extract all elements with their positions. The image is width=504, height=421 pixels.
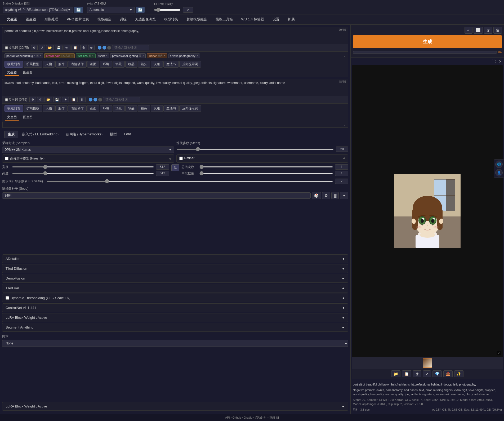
nav-tab-toolkit[interactable]: 模型工具箱 — [211, 15, 237, 24]
neg-toolbar-view[interactable]: 👁 — [62, 97, 69, 102]
side-icon-2[interactable]: 👤 — [495, 169, 503, 176]
nav-tab-img2img[interactable]: 图生图 — [21, 15, 40, 24]
gen-tab-generate[interactable]: 生成 — [4, 131, 18, 138]
seed-input[interactable] — [2, 192, 311, 199]
img-action-send-extras[interactable]: ↗ — [423, 370, 431, 377]
neg-cat-tab-scene[interactable]: 画面 — [87, 105, 99, 112]
accordion-demofusion-header[interactable]: DemoFusion ◄ — [2, 274, 348, 282]
positive-toolbar-extra[interactable]: ⊕ — [88, 45, 95, 50]
nav-tab-extras[interactable]: 后期处理 — [40, 15, 63, 24]
neg-cat-tab-people[interactable]: 人物 — [43, 105, 55, 112]
accordion-adetailer-header[interactable]: ADetailer ◄ — [2, 255, 348, 263]
neg-cat-tab-hanfu[interactable]: 汉服 — [151, 105, 163, 112]
cfg-slider[interactable] — [47, 181, 333, 182]
neg-toolbar-clear[interactable]: 🗑 — [79, 97, 86, 102]
width-slider[interactable] — [12, 166, 154, 167]
generate-button[interactable]: 生成 — [353, 35, 502, 48]
refiner-collapse-icon[interactable]: ◄ — [342, 156, 345, 160]
cfg-value[interactable]: 7 — [335, 179, 348, 184]
batch-count-value[interactable]: 1 — [335, 164, 348, 170]
cat-tab-magic[interactable]: 魔法书 — [163, 61, 179, 68]
cat-tab-hanfu[interactable]: 汉服 — [151, 61, 163, 68]
neg-sub-tab-txt2img[interactable]: 文生图 — [5, 114, 19, 121]
steps-value[interactable]: 20 — [336, 147, 348, 152]
tag-brown-hair-remove[interactable]: × — [71, 54, 73, 57]
cat-tab-people[interactable]: 人物 — [43, 61, 55, 68]
nav-tab-extensions[interactable]: 扩展 — [284, 15, 299, 24]
right-copy-btn[interactable]: ⬜ — [474, 27, 483, 34]
positive-toolbar-refresh[interactable]: ↺ — [39, 45, 45, 50]
neg-prompt-textarea[interactable]: lowres, bad anatomy, bad hands, text, er… — [2, 79, 348, 95]
tag-tshirt-remove[interactable]: × — [106, 54, 107, 57]
nav-tab-txt2img[interactable]: 文生图 — [3, 15, 21, 24]
positive-search-input[interactable] — [112, 45, 149, 50]
positive-toolbar-paste[interactable]: 📋 — [72, 45, 79, 50]
nav-tab-checkpoint[interactable]: 模型融合 — [93, 15, 115, 24]
script-select[interactable]: None — [2, 340, 348, 347]
seed-random-btn[interactable]: 🎲 — [312, 192, 321, 199]
neg-search-input[interactable] — [103, 97, 140, 102]
hires-checkbox[interactable] — [5, 157, 8, 160]
cat-tab-ext-models[interactable]: 扩展模型 — [24, 61, 42, 68]
sd-model-refresh[interactable]: 🔄 — [74, 7, 83, 13]
footer-api-link[interactable]: API — [225, 416, 230, 419]
footer-gradio-link[interactable]: Gradio — [244, 416, 252, 419]
height-value[interactable]: 512 — [156, 171, 169, 176]
neg-cat-tab-favorites[interactable]: 收藏列表 — [5, 105, 23, 112]
refiner-checkbox[interactable] — [179, 157, 183, 160]
right-tick-btn[interactable]: ✓ — [465, 27, 472, 34]
side-icon-1[interactable]: 🌐 — [495, 161, 503, 168]
neg-cat-tab-items[interactable]: 物品 — [125, 105, 137, 112]
nav-tab-wd[interactable]: WD 1.4 标签器 — [237, 15, 268, 24]
image-expand-btn[interactable]: ⛶ — [491, 59, 497, 64]
style-apply-btn[interactable]: ✏ — [498, 50, 502, 55]
nav-tab-pnginfo[interactable]: PNG 图片信息 — [63, 15, 93, 24]
tag-indoor-remove[interactable]: × — [164, 54, 165, 57]
style-selector[interactable] — [353, 51, 497, 54]
gen-tab-hypernetworks[interactable]: 超网络 (Hypernetworks) — [63, 131, 106, 138]
sampler-dropdown[interactable]: DPM++ 2M Karras ▼ — [2, 147, 174, 153]
neg-toolbar-settings[interactable]: ⚙ — [29, 97, 36, 102]
cat-tab-items[interactable]: 物品 — [125, 61, 137, 68]
nav-tab-convert[interactable]: 模型转换 — [160, 15, 182, 24]
tags-expand[interactable]: ⌄ — [343, 54, 346, 58]
lora-block-bottom-header[interactable]: LoRA Block Weight : Active ◄ — [2, 402, 348, 410]
footer-github-link[interactable]: Github — [233, 416, 241, 419]
nav-tab-infinite[interactable]: 无边图像浏览 — [131, 15, 160, 24]
vae-model-refresh[interactable]: 🔄 — [136, 7, 145, 13]
seed-extra-btn[interactable]: ▓ — [331, 192, 339, 199]
vae-model-dropdown[interactable]: Automatic ▼ — [87, 7, 135, 13]
neg-cat-tab-magic[interactable]: 魔法书 — [163, 105, 179, 112]
accordion-tiled-vae-header[interactable]: Tiled VAE ◄ — [2, 284, 348, 292]
accordion-segment-anything-header[interactable]: Segment Anything ◄ — [2, 323, 348, 331]
thumbnail-item-1[interactable] — [423, 358, 432, 368]
right-extra-btn[interactable]: 🗑 — [493, 27, 502, 34]
tag-professional-lighting-remove[interactable]: × — [142, 54, 144, 57]
neg-toolbar-save[interactable]: 💾 — [53, 97, 61, 102]
hires-collapse-icon[interactable]: ◄ — [168, 157, 171, 161]
footer-timer-link[interactable]: 启动计时 — [255, 416, 267, 419]
sub-tab-txt2img[interactable]: 文生图 — [5, 70, 19, 76]
neg-toolbar-load[interactable]: 📂 — [44, 97, 52, 102]
image-close-btn[interactable]: ✕ — [498, 59, 503, 64]
batch-size-value[interactable]: 1 — [335, 171, 348, 176]
tag-freckles-remove[interactable]: × — [92, 54, 94, 57]
sub-tab-img2img[interactable]: 图生图 — [20, 70, 35, 76]
img-action-style[interactable]: 💎 — [432, 370, 442, 377]
nav-tab-settings[interactable]: 设置 — [268, 15, 284, 24]
steps-slider[interactable] — [176, 149, 334, 150]
nav-tab-train[interactable]: 训练 — [115, 15, 131, 24]
cat-tab-scenery[interactable]: 场景 — [113, 61, 125, 68]
img-action-folder[interactable]: 📁 — [391, 370, 400, 377]
positive-prompt-textarea[interactable]: portrait of beautiful girl,brown hair,fr… — [2, 27, 348, 43]
accordion-dynamic-threshold-header[interactable]: Dynamic Thresholding (CFG Scale Fix) ◄ — [2, 294, 348, 302]
clip-input[interactable]: 2 — [183, 7, 193, 13]
cat-tab-negative[interactable]: 反向提示词 — [179, 61, 201, 68]
neg-cat-tab-negative[interactable]: 反向提示词 — [179, 105, 201, 112]
neg-toolbar-refresh[interactable]: ↺ — [37, 97, 43, 102]
neg-cat-tab-expressions[interactable]: 表情动作 — [68, 105, 87, 112]
nav-tab-supermerge[interactable]: 超级模型融合 — [182, 15, 211, 24]
neg-expand-btn[interactable]: ⌄ — [343, 123, 346, 126]
clip-slider[interactable] — [154, 8, 181, 12]
cat-tab-lens[interactable]: 镜头 — [138, 61, 150, 68]
